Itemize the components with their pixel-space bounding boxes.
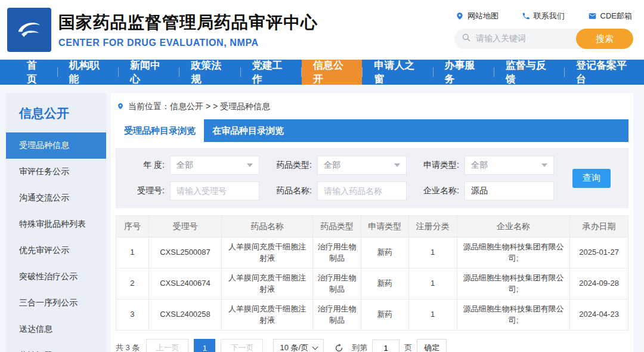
cell-acceptance-no: CXSL2400258 [148, 299, 221, 331]
cell-registration-class: 1 [408, 299, 457, 331]
cell-date: 2025-01-27 [570, 237, 628, 268]
nav-item-policy[interactable]: 政策法规 [179, 60, 240, 85]
drug-type-label: 药品类型: [273, 160, 312, 171]
phone-icon [522, 12, 530, 20]
cell-index: 2 [116, 268, 149, 299]
next-page-button[interactable]: 下一页 [221, 339, 263, 352]
envelope-icon [588, 12, 597, 20]
apply-type-filter: 申请类型: 全部 [420, 156, 554, 175]
header: 国家药品监督管理局药品审评中心 CENTER FOR DRUG EVALUATI… [0, 0, 644, 60]
nav-item-supervision[interactable]: 监督与反馈 [494, 60, 564, 85]
prev-page-button[interactable]: 上一页 [146, 339, 188, 352]
filter-panel: 年 度: 全部 药品类型: 全部 [116, 148, 628, 208]
sidebar: 信息公开 受理品种信息 审评任务公示 沟通交流公示 特殊审批品种列表 优先审评公… [6, 93, 106, 352]
nav-item-registration-platform[interactable]: 登记备案平台 [565, 60, 644, 85]
mailbox-link[interactable]: CDE邮箱 [588, 11, 632, 21]
table-header-row: 序号 受理号 药品名称 药品类型 申请类型 注册分类 企业名称 承办日期 [116, 216, 628, 237]
table-row: 1 CXSL2500087 人羊膜间充质干细胞注射液 治疗用生物制品 新药 1 … [116, 237, 628, 268]
drug-type-select[interactable]: 全部 [317, 156, 407, 175]
tab-under-review-catalog[interactable]: 在审品种目录浏览 [204, 119, 292, 142]
cell-registration-class: 1 [408, 237, 457, 268]
sidebar-item-breakthrough-therapy[interactable]: 突破性治疗公示 [6, 264, 106, 290]
goto-suffix: 页 [404, 342, 412, 352]
cell-date: 2024-09-28 [570, 268, 628, 299]
site-subtitle: CENTER FOR DRUG EVALUATION, NMPA [58, 38, 318, 48]
cell-company: 源品细胞生物科技集团有限公司; [457, 268, 569, 299]
nav-item-functions[interactable]: 机构职能 [58, 60, 118, 85]
search-input[interactable]: 请输入关键词 [476, 33, 576, 44]
sidebar-item-three-in-one[interactable]: 三合一序列公示 [6, 290, 106, 316]
quick-links: 网站地图 联系我们 CDE邮箱 [454, 11, 633, 21]
col-header-drug-name: 药品名称 [222, 216, 313, 237]
company-label: 企业名称: [420, 186, 459, 196]
goto-prefix: 到第 [352, 342, 367, 352]
drug-name-input[interactable] [317, 181, 407, 200]
pagination: 共 3 条 上一页 1 下一页 10 条/页 到第 页 确定 [116, 339, 628, 352]
sidebar-item-special-approval[interactable]: 特殊审批品种列表 [6, 211, 106, 237]
nav-item-info-disclosure[interactable]: 信息公开 [302, 60, 362, 85]
tab-accepted-catalog[interactable]: 受理品种目录浏览 [116, 119, 204, 142]
sidebar-item-accepted-varieties[interactable]: 受理品种信息 [6, 132, 106, 159]
total-count: 共 3 条 [116, 342, 140, 352]
breadcrumb: 当前位置：信息公开 > > 受理品种信息 [116, 99, 628, 119]
drug-type-filter: 药品类型: 全部 [273, 156, 407, 175]
nav-item-news[interactable]: 新闻中心 [119, 60, 179, 85]
filter-row-1: 年 度: 全部 药品类型: 全部 [125, 156, 554, 175]
contact-label: 联系我们 [534, 11, 565, 21]
page-size-select[interactable]: 10 条/页 [273, 339, 324, 352]
breadcrumb-text: 当前位置：信息公开 > > 受理品种信息 [128, 101, 270, 112]
confirm-button[interactable]: 确定 [417, 339, 447, 352]
year-filter: 年 度: 全部 [125, 156, 259, 175]
cell-apply-type: 新药 [361, 237, 408, 268]
year-select-value: 全部 [177, 160, 193, 171]
cde-logo-icon [7, 8, 51, 52]
breadcrumb-pin-icon [117, 102, 124, 112]
accept-no-input[interactable] [170, 181, 259, 200]
apply-type-select-value: 全部 [471, 160, 488, 171]
sidebar-item-communication[interactable]: 沟通交流公示 [6, 185, 106, 211]
refresh-icon[interactable] [334, 343, 344, 352]
sidebar-item-common-issues[interactable]: 共性问题 [6, 342, 106, 352]
cell-apply-type: 新药 [361, 268, 408, 299]
table-row: 2 CXSL2400674 人羊膜间充质干细胞注射液 治疗用生物制品 新药 1 … [116, 268, 628, 299]
nav-item-applicant[interactable]: 申请人之窗 [363, 60, 432, 85]
header-right: 网站地图 联系我们 CDE邮箱 [454, 11, 633, 49]
main-nav: 首页 机构职能 新闻中心 政策法规 党建工作 信息公开 申请人之窗 办事服务 监… [0, 60, 644, 85]
page: 国家药品监督管理局药品审评中心 CENTER FOR DRUG EVALUATI… [0, 0, 644, 352]
contact-link[interactable]: 联系我们 [522, 11, 565, 21]
drug-name-filter: 药品名称: [273, 181, 407, 200]
sitemap-label: 网站地图 [467, 11, 499, 21]
year-label: 年 度: [125, 160, 165, 171]
cell-acceptance-no: CXSL2400674 [148, 268, 221, 299]
search-button[interactable]: 搜索 [576, 29, 633, 49]
cell-drug-name: 人羊膜间充质干细胞注射液 [222, 268, 313, 299]
company-input[interactable] [465, 181, 554, 200]
sidebar-title: 信息公开 [6, 105, 106, 122]
filter-row-2: 受理号: 药品名称: 企业名称: [125, 181, 554, 200]
cell-apply-type: 新药 [361, 299, 408, 331]
apply-type-select[interactable]: 全部 [465, 156, 554, 175]
col-header-index: 序号 [116, 216, 149, 237]
nav-item-home[interactable]: 首页 [16, 60, 57, 85]
brand: 国家药品监督管理局药品审评中心 CENTER FOR DRUG EVALUATI… [7, 8, 318, 52]
query-button[interactable]: 查询 [572, 169, 611, 188]
nav-item-services[interactable]: 办事服务 [433, 60, 493, 85]
sidebar-item-review-tasks[interactable]: 审评任务公示 [6, 159, 106, 185]
sidebar-item-delivery-info[interactable]: 送达信息 [6, 316, 106, 342]
query-column: 查询 [572, 169, 611, 188]
drug-name-label: 药品名称: [273, 186, 312, 196]
mailbox-label: CDE邮箱 [600, 11, 632, 21]
chevron-down-icon [247, 163, 253, 167]
nav-item-party[interactable]: 党建工作 [241, 60, 301, 85]
sitemap-link[interactable]: 网站地图 [456, 11, 499, 21]
col-header-company: 企业名称 [457, 216, 569, 237]
col-header-acceptance-no: 受理号 [148, 216, 221, 237]
sidebar-item-priority-review[interactable]: 优先审评公示 [6, 237, 106, 264]
goto-page-input[interactable] [372, 339, 400, 352]
cell-company: 源品细胞生物科技集团有限公司; [457, 299, 569, 331]
page-number-1[interactable]: 1 [194, 339, 215, 352]
tab-bar: 受理品种目录浏览 在审品种目录浏览 [116, 119, 628, 142]
brand-text: 国家药品监督管理局药品审评中心 CENTER FOR DRUG EVALUATI… [58, 11, 318, 48]
chevron-down-icon [541, 163, 547, 167]
year-select[interactable]: 全部 [170, 156, 259, 175]
